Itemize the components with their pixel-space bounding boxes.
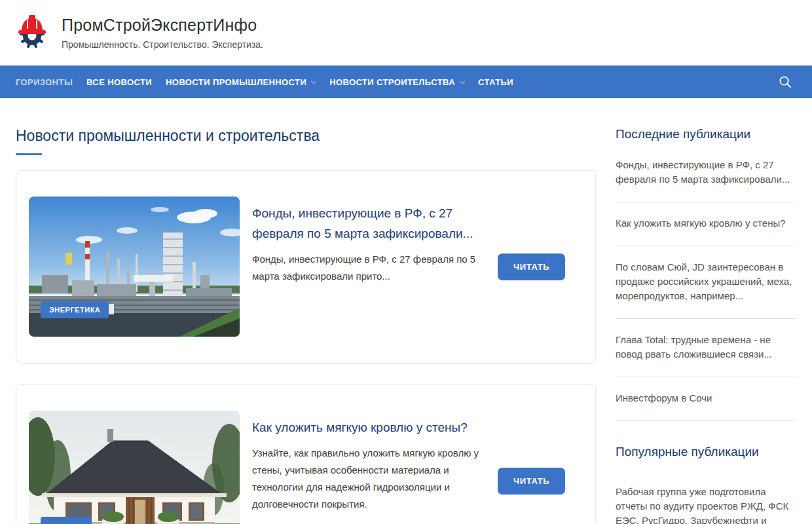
read-button[interactable]: ЧИТАТЬ: [498, 468, 565, 495]
search-icon: [778, 75, 792, 89]
site-logo-hardhat-gear-icon[interactable]: [16, 14, 48, 51]
site-identity: ПромСтройЭкспертИнфо Промышленность. Стр…: [62, 16, 263, 50]
read-button-column: ЧИТАТЬ: [498, 196, 583, 337]
read-button[interactable]: ЧИТАТЬ: [498, 253, 565, 280]
nav-item-gorizonty[interactable]: ГОРИЗОНТЫ: [16, 77, 73, 87]
nav-item-label: НОВОСТИ ПРОМЫШЛЕННОСТИ: [166, 77, 306, 87]
nav-item-industry-news[interactable]: НОВОСТИ ПРОМЫШЛЕННОСТИ: [166, 77, 316, 87]
list-item[interactable]: Глава Total: трудные времена - не повод …: [616, 319, 796, 377]
category-badge[interactable]: [41, 517, 92, 524]
nav-item-label: НОВОСТИ СТРОИТЕЛЬСТВА: [329, 77, 455, 87]
sidebar: Последние публикации Фонды, инвестирующи…: [616, 127, 796, 524]
nav-item-all-news[interactable]: ВСЕ НОВОСТИ: [86, 77, 152, 87]
recent-publications-block: Последние публикации Фонды, инвестирующи…: [616, 127, 796, 421]
popular-publications-block: Популярные публикации Рабочая группа уже…: [616, 445, 796, 524]
site-header: ПромСтройЭкспертИнфо Промышленность. Стр…: [0, 0, 812, 66]
list-item[interactable]: Фонды, инвестирующие в РФ, с 27 февраля …: [616, 158, 796, 202]
search-button[interactable]: [774, 71, 796, 93]
chevron-down-icon: [460, 78, 465, 83]
nav-item-articles[interactable]: СТАТЬИ: [478, 77, 513, 87]
list-item[interactable]: Рабочая группа уже подготовила отчеты по…: [616, 476, 796, 524]
page-title: Новости промышленности и строительства: [16, 127, 596, 145]
article-excerpt: Фонды, инвестирующие в РФ, с 27 февраля …: [252, 251, 485, 285]
article-text-block: Фонды, инвестирующие в РФ, с 27 февраля …: [252, 196, 485, 337]
recent-publications-title: Последние публикации: [616, 127, 796, 141]
content-area: Новости промышленности и строительства: [0, 98, 812, 524]
title-underline: [16, 153, 42, 155]
article-thumbnail-house[interactable]: [29, 411, 240, 524]
list-item[interactable]: Как уложить мягкую кровлю у стены?: [616, 202, 796, 246]
read-button-column: ЧИТАТЬ: [498, 411, 583, 524]
article-text-block: Как уложить мягкую кровлю у стены? Узнай…: [252, 411, 485, 524]
list-item[interactable]: Инвестфорум в Сочи: [616, 377, 796, 421]
main-navigation: ГОРИЗОНТЫ ВСЕ НОВОСТИ НОВОСТИ ПРОМЫШЛЕНН…: [0, 66, 812, 98]
article-thumbnail-refinery[interactable]: ЭНЕРГЕТИКА: [29, 196, 240, 337]
recent-publications-list: Фонды, инвестирующие в РФ, с 27 февраля …: [616, 158, 796, 421]
article-excerpt: Узнайте, как правильно уложить мягкую кр…: [252, 445, 485, 513]
article-card: ЭНЕРГЕТИКА Фонды, инвестирующие в РФ, с …: [16, 170, 596, 364]
main-column: Новости промышленности и строительства: [16, 127, 596, 524]
site-title[interactable]: ПромСтройЭкспертИнфо: [62, 16, 263, 35]
chevron-down-icon: [311, 78, 316, 83]
article-title[interactable]: Как уложить мягкую кровлю у стены?: [252, 417, 485, 438]
list-item[interactable]: По словам Сюй, JD заинтересован в продаж…: [616, 246, 796, 319]
popular-publications-title: Популярные публикации: [616, 445, 796, 459]
article-title[interactable]: Фонды, инвестирующие в РФ, с 27 февраля …: [252, 203, 485, 244]
nav-item-construction-news[interactable]: НОВОСТИ СТРОИТЕЛЬСТВА: [329, 77, 464, 87]
site-tagline: Промышленность. Строительство. Экспертиз…: [62, 39, 263, 50]
category-badge[interactable]: ЭНЕРГЕТИКА: [41, 301, 109, 318]
popular-publications-list: Рабочая группа уже подготовила отчеты по…: [616, 476, 796, 524]
article-card: Как уложить мягкую кровлю у стены? Узнай…: [16, 384, 596, 524]
